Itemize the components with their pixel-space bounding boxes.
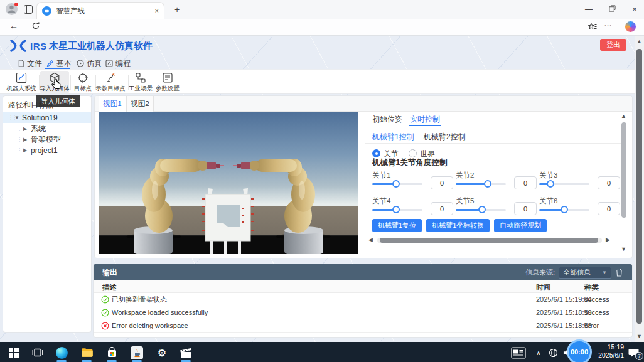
arm1-reset-button[interactable]: 机械臂1复位 [372, 219, 422, 232]
menu-item-basic[interactable]: 基本 [46, 58, 72, 68]
tree-item-solution[interactable]: ⋮⋮ ▼ Solution19 [3, 112, 91, 123]
toolbar-item-industrial-scene[interactable]: 工业场景 [127, 71, 154, 93]
tab-view2[interactable]: 视图2 [126, 96, 154, 112]
joint1-input[interactable] [431, 176, 453, 189]
window-restore-icon[interactable] [606, 4, 618, 15]
menu-item-simulation[interactable]: 仿真 [77, 58, 102, 68]
taskbar-clock[interactable]: 15:19 2025/6/1 [589, 343, 624, 359]
window-close-icon[interactable]: × [628, 4, 641, 15]
joint5-input[interactable] [514, 202, 537, 215]
success-icon [101, 295, 109, 304]
page-scrollbar-thumb[interactable] [636, 49, 642, 324]
log-description: 已切换到骨架状态 [112, 295, 167, 304]
toolbar-item-target-point[interactable]: 目标点 [71, 71, 95, 93]
scene-icon [135, 72, 146, 83]
task-view-icon[interactable] [31, 346, 44, 359]
profile-avatar[interactable] [6, 3, 18, 15]
panel-scrollbar-thumb[interactable] [621, 122, 626, 218]
browser-titlebar: 智慧产线 × + — × [0, 0, 644, 19]
drag-handle-icon[interactable]: ⋮⋮ [17, 147, 23, 153]
settings-gear-icon[interactable]: ⚙ [156, 346, 168, 359]
joint3-slider[interactable] [539, 179, 589, 188]
drag-handle-icon[interactable]: ⋮⋮ [17, 126, 23, 132]
tab-view1[interactable]: 视图1 [99, 96, 126, 112]
joint6-slider[interactable] [539, 205, 589, 214]
network-globe-icon[interactable] [547, 346, 559, 359]
hscroll-right-arrow[interactable]: ▶ [606, 236, 610, 243]
window-minimize-icon[interactable]: — [582, 4, 595, 15]
joint2-input[interactable] [514, 176, 537, 189]
menu-label: 基本 [56, 58, 72, 69]
java-app-icon[interactable] [131, 346, 143, 359]
refresh-icon[interactable] [31, 21, 40, 33]
tab-initial-pose[interactable]: 初始位姿 [372, 114, 402, 125]
clear-log-icon[interactable] [615, 268, 623, 277]
caret-down-icon[interactable]: ▼ [14, 115, 22, 120]
viewport-3d-scene[interactable] [99, 112, 358, 254]
caret-right-icon[interactable]: ▶ [23, 137, 31, 142]
drag-handle-icon[interactable]: ⋮⋮ [17, 137, 23, 142]
caret-right-icon[interactable]: ▶ [23, 147, 31, 153]
sidebar-panel: 路径和目标点 ⋮⋮ ▼ Solution19 ⋮⋮ ▶ 系统 ⋮⋮ ▶ 骨架模型… [3, 95, 92, 333]
new-tab-icon[interactable]: + [174, 4, 180, 14]
workspaces-icon[interactable] [24, 5, 33, 14]
hscrollbar-thumb[interactable] [380, 238, 598, 243]
joint1-slider[interactable] [372, 179, 422, 188]
menu-item-programming[interactable]: 编程 [105, 58, 131, 68]
panel-scroll-down-arrow[interactable]: ▼ [621, 245, 626, 253]
copilot-icon[interactable] [625, 21, 636, 32]
toolbar-item-robot-system[interactable]: 机器人系统 [5, 71, 38, 93]
hscroll-left-arrow[interactable]: ◀ [368, 236, 373, 243]
movie-maker-icon[interactable] [180, 346, 192, 359]
tray-expand-icon[interactable]: ∧ [532, 346, 545, 359]
tree-item-skeleton-model[interactable]: ⋮⋮ ▶ 骨架模型 [3, 134, 91, 145]
view-tab-strip [95, 96, 632, 112]
page-scrollbar[interactable]: ▲ ▼ [635, 36, 644, 342]
joint-label: 关节2 [456, 171, 474, 180]
caret-right-icon[interactable]: ▶ [23, 126, 31, 132]
log-row[interactable]: Workspace loaded successfully 2025/6/1 1… [94, 306, 632, 319]
joint4-input[interactable] [431, 202, 453, 215]
start-button-icon[interactable] [8, 346, 20, 359]
widgets-news-icon[interactable] [510, 346, 527, 359]
joint5-slider[interactable] [456, 205, 506, 214]
tab-close-icon[interactable]: × [155, 7, 159, 14]
drag-handle-icon[interactable]: ⋮⋮ [8, 115, 14, 120]
microsoft-store-icon[interactable] [105, 346, 118, 359]
success-icon [101, 309, 109, 317]
file-explorer-icon[interactable] [80, 346, 93, 359]
joint3-input[interactable] [598, 176, 620, 189]
menu-item-file[interactable]: 文件 [18, 58, 42, 68]
edge-browser-icon[interactable] [55, 346, 68, 359]
arm1-coordinate-transform-button[interactable]: 机械臂1坐标转换 [426, 219, 490, 232]
joint4-slider[interactable] [372, 205, 422, 214]
page-scroll-down-arrow[interactable]: ▼ [635, 333, 644, 340]
hscrollbar-track[interactable] [377, 238, 602, 243]
panel-scroll-up-arrow[interactable]: ▲ [621, 112, 626, 120]
tree-item-project1[interactable]: ⋮⋮ ▶ project1 [3, 145, 91, 156]
presence-dot [14, 3, 18, 6]
tree-item-system[interactable]: ⋮⋮ ▶ 系统 [3, 124, 91, 134]
log-row[interactable]: 已切换到骨架状态 2025/6/1 15:19:04 success [94, 293, 632, 306]
play-icon [77, 60, 84, 67]
logout-button[interactable]: 登出 [600, 39, 626, 51]
browser-tab[interactable]: 智慧产线 × [36, 2, 164, 19]
back-icon[interactable]: ← [9, 21, 18, 31]
page-scroll-up-arrow[interactable]: ▲ [635, 38, 644, 45]
auto-path-planning-button[interactable]: 自动路径规划 [494, 219, 547, 232]
log-row[interactable]: Error deleting workspace 2025/6/1 15:18:… [94, 319, 632, 333]
joint-section-title: 机械臂1关节角度控制 [372, 157, 447, 168]
joint2-slider[interactable] [456, 179, 506, 188]
more-menu-icon[interactable]: … [604, 19, 613, 28]
toolbar-item-parameter-settings[interactable]: 参数设置 [154, 71, 181, 93]
tab-realtime-control[interactable]: 实时控制 [410, 114, 440, 125]
collections-icon[interactable] [588, 22, 598, 35]
notification-center-icon[interactable]: 7 [626, 346, 641, 359]
tab-arm1-control[interactable]: 机械臂1控制 [372, 132, 414, 142]
toolbar-item-teach-target[interactable]: 示教目标点 [94, 71, 127, 93]
joint6-input[interactable] [598, 202, 620, 215]
chevron-down-icon: ▼ [602, 270, 607, 275]
tab-arm2-control[interactable]: 机械臂2控制 [424, 132, 466, 142]
recording-timer-bubble[interactable]: 00:00 [567, 339, 592, 362]
source-select[interactable]: 全部信息 ▼ [559, 267, 611, 279]
